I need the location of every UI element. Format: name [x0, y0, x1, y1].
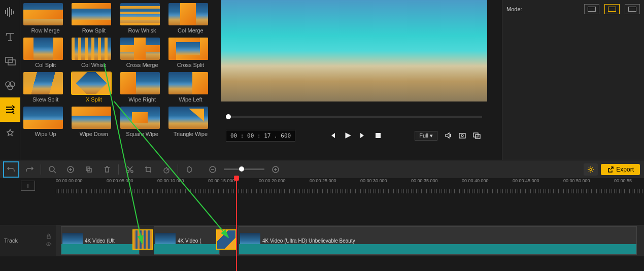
- transition-col-split[interactable]: Col Split: [23, 38, 67, 68]
- transition-col-whisk[interactable]: Col Whisk: [72, 38, 116, 68]
- left-toolbar: [0, 0, 20, 160]
- transition-label: Row Split: [72, 27, 116, 33]
- transition-label: Cross Split: [168, 62, 213, 68]
- timecode: 00 : 00 : 17 . 600: [226, 130, 295, 142]
- svg-point-20: [131, 171, 133, 173]
- svg-point-26: [48, 244, 49, 245]
- svg-rect-0: [5, 10, 6, 14]
- transition-label: X Split: [72, 96, 116, 103]
- ruler[interactable]: 00:00:00.00000:00:05.00000:00:10.00000:0…: [56, 178, 644, 193]
- progress-bar[interactable]: [221, 107, 487, 127]
- transition-label: Col Merge: [168, 27, 213, 33]
- redo-button[interactable]: [22, 162, 37, 177]
- transition-label: Wipe Right: [120, 96, 164, 103]
- timeline: + 00:00:00.00000:00:05.00000:00:10.00000…: [0, 178, 644, 256]
- prev-frame-button[interactable]: [327, 130, 338, 141]
- transition-x-split[interactable]: X Split: [72, 72, 116, 103]
- svg-rect-3: [11, 9, 12, 15]
- transition-wipe-left[interactable]: Wipe Left: [168, 72, 213, 103]
- visibility-icon[interactable]: [46, 241, 52, 248]
- playhead[interactable]: [236, 178, 237, 271]
- svg-rect-11: [459, 133, 465, 138]
- transition-square-wipe[interactable]: Square Wipe: [120, 107, 164, 137]
- text-tool[interactable]: [0, 24, 20, 49]
- copy-button[interactable]: [82, 162, 96, 177]
- track-label: Track: [4, 238, 18, 244]
- svg-point-12: [461, 134, 463, 137]
- transition-cross-merge[interactable]: Cross Merge: [120, 38, 164, 68]
- transitions-tool[interactable]: [0, 97, 20, 122]
- effects-tool[interactable]: [0, 122, 20, 146]
- mode-overlap-button[interactable]: [584, 4, 599, 14]
- transition-wipe-down[interactable]: Wipe Down: [72, 107, 116, 137]
- volume-button[interactable]: [443, 130, 454, 141]
- transition-label: Row Whisk: [120, 27, 164, 33]
- clip-label: 4K Video (: [178, 238, 201, 244]
- transition-col-merge[interactable]: Col Merge: [168, 3, 213, 33]
- transition-cross-split[interactable]: Cross Split: [168, 38, 213, 68]
- track-content[interactable]: 4K Video (Ult 4K Video ( 4K Video (Ultra…: [56, 225, 644, 256]
- delete-button[interactable]: [100, 162, 114, 177]
- marker-button[interactable]: [182, 162, 196, 177]
- mode-postfix-button[interactable]: [625, 4, 640, 14]
- clip-label: 4K Video (Ult: [85, 238, 115, 244]
- mode-label: Mode:: [506, 6, 522, 12]
- timeline-toolbar: Export: [0, 160, 644, 178]
- speed-button[interactable]: [159, 162, 174, 177]
- scrollbar[interactable]: [212, 0, 216, 157]
- next-frame-button[interactable]: [357, 130, 368, 141]
- add-track-button[interactable]: +: [21, 181, 35, 191]
- transition-colwhisk[interactable]: [133, 230, 152, 249]
- search-button[interactable]: [45, 162, 59, 177]
- settings-button[interactable]: [584, 163, 598, 176]
- color-tool[interactable]: [0, 73, 20, 97]
- transition-label: Wipe Up: [23, 131, 67, 137]
- svg-point-24: [590, 168, 592, 171]
- mode-prefix-button[interactable]: [604, 4, 620, 14]
- svg-rect-25: [47, 236, 50, 239]
- lock-icon[interactable]: [46, 233, 52, 240]
- svg-rect-10: [376, 133, 381, 138]
- transition-label: Wipe Down: [72, 131, 116, 137]
- transition-row-merge[interactable]: Row Merge: [23, 3, 67, 33]
- fullscreen-button[interactable]: [471, 130, 482, 141]
- cut-button[interactable]: [123, 162, 137, 177]
- zoom-in-button[interactable]: [268, 162, 283, 177]
- transition-row-whisk[interactable]: Row Whisk: [120, 3, 164, 33]
- zoom-out-button[interactable]: [206, 162, 220, 177]
- transition-xsplit[interactable]: [217, 230, 235, 249]
- clip-1[interactable]: 4K Video (Ult: [61, 226, 140, 255]
- undo-button[interactable]: [4, 162, 18, 177]
- crop-button[interactable]: [141, 162, 155, 177]
- transition-label: Square Wipe: [120, 131, 164, 137]
- svg-rect-1: [7, 8, 8, 16]
- svg-rect-2: [9, 7, 10, 17]
- transition-wipe-right[interactable]: Wipe Right: [120, 72, 164, 103]
- add-button[interactable]: [63, 162, 78, 177]
- transition-row-split[interactable]: Row Split: [72, 3, 116, 33]
- zoom-slider[interactable]: [224, 168, 264, 170]
- svg-point-19: [127, 171, 129, 173]
- transition-label: Col Split: [23, 62, 67, 68]
- scale-select[interactable]: Full ▾: [415, 131, 437, 141]
- transition-label: Cross Merge: [120, 62, 164, 68]
- preview-video: [221, 0, 487, 101]
- overlay-tool[interactable]: [0, 49, 20, 73]
- video-track: Track 4K Video (Ult 4K Video ( 4K Video: [0, 225, 644, 256]
- clip-3[interactable]: 4K Video (Ultra HD) Unbelievable Beauty: [239, 226, 637, 255]
- properties-panel: Mode:: [502, 0, 644, 160]
- stop-button[interactable]: [372, 130, 384, 141]
- play-button[interactable]: [342, 130, 353, 141]
- preview-area: 00 : 00 : 17 . 600 Full ▾: [216, 0, 502, 160]
- transition-triangle-wipe[interactable]: Triangle Wipe: [168, 107, 213, 137]
- svg-point-15: [49, 166, 54, 172]
- transition-skew-split[interactable]: Skew Split: [23, 72, 67, 103]
- transition-label: Col Whisk: [72, 62, 116, 68]
- transition-label: Triangle Wipe: [168, 131, 213, 137]
- transitions-panel: Row MergeRow SplitRow WhiskCol MergeCol …: [20, 0, 216, 160]
- export-button[interactable]: Export: [601, 164, 640, 175]
- audio-tool[interactable]: [0, 0, 20, 24]
- snapshot-button[interactable]: [457, 130, 468, 141]
- transition-wipe-up[interactable]: Wipe Up: [23, 107, 67, 137]
- clip-2[interactable]: 4K Video (: [154, 226, 220, 255]
